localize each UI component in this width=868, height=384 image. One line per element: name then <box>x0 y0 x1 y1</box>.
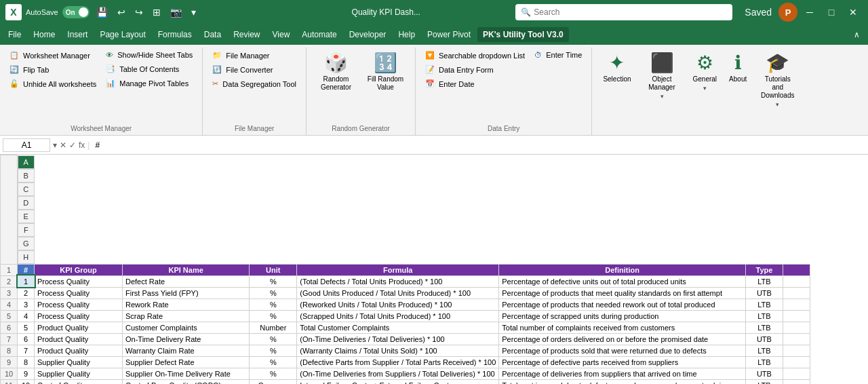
cell-f6[interactable]: Total number of complaints received from… <box>499 322 746 333</box>
cell-b4[interactable]: Process Quality <box>35 299 123 310</box>
menu-home[interactable]: Home <box>28 27 60 42</box>
file-converter-button[interactable]: 🔃 File Converter <box>208 63 300 76</box>
save-icon[interactable]: 💾 <box>94 5 111 19</box>
header-cell-formula[interactable]: Formula <box>297 264 499 275</box>
cell-d8[interactable]: % <box>250 345 297 356</box>
header-cell-hash[interactable]: # <box>18 264 35 275</box>
cell-e5[interactable]: (Scrapped Units / Total Units Produced) … <box>297 310 499 322</box>
cell-d2[interactable]: % <box>250 275 297 287</box>
cell-c10[interactable]: Supplier On-Time Delivery Rate <box>123 368 250 379</box>
cell-c3[interactable]: First Pass Yield (FPY) <box>123 287 250 299</box>
screenshot-icon[interactable]: 📷 <box>167 5 184 19</box>
menu-pk-utility[interactable]: PK's Utility Tool V3.0 <box>477 27 569 42</box>
search-input[interactable] <box>534 7 727 17</box>
cell-d11[interactable]: Currency <box>250 379 297 384</box>
cell-b5[interactable]: Process Quality <box>35 310 123 322</box>
cell-a10[interactable]: 9 <box>18 368 35 379</box>
enter-date-button[interactable]: 📅 Enter Date <box>421 77 529 90</box>
header-cell-type[interactable]: Type <box>745 264 783 275</box>
col-header-f[interactable]: F <box>18 223 35 237</box>
cell-e3[interactable]: (Good Units Produced / Total Units Produ… <box>297 287 499 299</box>
cell-g8[interactable]: LTB <box>745 345 783 356</box>
cell-e8[interactable]: (Warranty Claims / Total Units Sold) * 1… <box>297 345 499 356</box>
menu-review[interactable]: Review <box>228 27 265 42</box>
cell-b8[interactable]: Product Quality <box>35 345 123 356</box>
maximize-button[interactable]: □ <box>822 3 841 22</box>
cell-f8[interactable]: Percentage of products sold that were re… <box>499 345 746 356</box>
cell-a7[interactable]: 6 <box>18 333 35 345</box>
data-segregation-button[interactable]: ✂ Data Segregation Tool <box>208 77 300 90</box>
cell-c2[interactable]: Defect Rate <box>123 275 250 287</box>
cell-g9[interactable]: LTB <box>745 356 783 368</box>
col-header-g[interactable]: G <box>18 237 35 250</box>
cell-g10[interactable]: UTB <box>745 368 783 379</box>
cell-b10[interactable]: Supplier Quality <box>35 368 123 379</box>
table-icon[interactable]: ⊞ <box>150 5 163 19</box>
header-cell-kpi-group[interactable]: KPI Group <box>35 264 123 275</box>
cell-c8[interactable]: Warranty Claim Rate <box>123 345 250 356</box>
random-generator-button[interactable]: 🎲 Random Generator <box>312 49 360 105</box>
col-header-a[interactable]: A <box>18 155 35 169</box>
cell-c9[interactable]: Supplier Defect Rate <box>123 356 250 368</box>
cell-g7[interactable]: UTB <box>745 333 783 345</box>
cell-b11[interactable]: Cost of Quality <box>35 379 123 384</box>
about-button[interactable]: ℹ About <box>724 49 752 97</box>
cell-b7[interactable]: Product Quality <box>35 333 123 345</box>
cell-d7[interactable]: % <box>250 333 297 345</box>
show-hide-tabs-button[interactable]: 👁 Show/Hide Sheet Tabs <box>102 49 197 61</box>
menu-page-layout[interactable]: Page Layout <box>94 27 151 42</box>
cell-a5[interactable]: 4 <box>18 310 35 322</box>
enter-time-button[interactable]: ⏱ Enter Time <box>530 49 586 61</box>
tutorials-button[interactable]: 🎓 Tutorials and Downloads ▾ <box>753 49 802 121</box>
undo-icon[interactable]: ↩ <box>115 5 128 19</box>
cell-d3[interactable]: % <box>250 287 297 299</box>
minimize-button[interactable]: ─ <box>800 3 819 22</box>
cell-d6[interactable]: Number <box>250 322 297 333</box>
general-button[interactable]: ⚙ General ▾ <box>688 49 723 105</box>
cell-f7[interactable]: Percentage of orders delivered on or bef… <box>499 333 746 345</box>
name-manager-icon[interactable]: ▾ <box>53 140 57 150</box>
menu-power-pivot[interactable]: Power Pivot <box>422 27 476 42</box>
menu-file[interactable]: File <box>3 27 26 42</box>
cell-d5[interactable]: % <box>250 310 297 322</box>
manage-pivot-button[interactable]: 📊 Manage Pivot Tables <box>102 77 197 90</box>
ribbon-toggle[interactable]: ∧ <box>848 27 865 42</box>
cell-c5[interactable]: Scrap Rate <box>123 310 250 322</box>
cell-f9[interactable]: Percentage of defective parts received f… <box>499 356 746 368</box>
flip-tab-button[interactable]: 🔄 Flip Tab <box>5 63 100 76</box>
header-cell-kpi-name[interactable]: KPI Name <box>123 264 250 275</box>
cell-a8[interactable]: 7 <box>18 345 35 356</box>
cell-g5[interactable]: LTB <box>745 310 783 322</box>
cell-f3[interactable]: Percentage of products that meet quality… <box>499 287 746 299</box>
cell-a2[interactable]: 1 <box>18 275 35 287</box>
cell-g6[interactable]: LTB <box>745 322 783 333</box>
cell-c6[interactable]: Customer Complaints <box>123 322 250 333</box>
autosave-toggle[interactable]: On <box>62 6 90 18</box>
search-bar[interactable]: 🔍 <box>515 4 732 20</box>
cell-d9[interactable]: % <box>250 356 297 368</box>
cell-f5[interactable]: Percentage of scrapped units during prod… <box>499 310 746 322</box>
col-header-e[interactable]: E <box>18 210 35 223</box>
menu-automate[interactable]: Automate <box>296 27 342 42</box>
cell-b2[interactable]: Process Quality <box>35 275 123 287</box>
cell-a9[interactable]: 8 <box>18 356 35 368</box>
cell-c4[interactable]: Rework Rate <box>123 299 250 310</box>
formula-input[interactable] <box>92 139 865 151</box>
cell-e2[interactable]: (Total Defects / Total Units Produced) *… <box>297 275 499 287</box>
cell-b3[interactable]: Process Quality <box>35 287 123 299</box>
cell-g4[interactable]: LTB <box>745 299 783 310</box>
cancel-formula-icon[interactable]: ✕ <box>60 140 66 150</box>
worksheet-manager-button[interactable]: 📋 Worksheet Manager <box>5 49 100 62</box>
col-header-d[interactable]: D <box>18 196 35 210</box>
cell-e6[interactable]: Total Customer Complaints <box>297 322 499 333</box>
searchable-dropdown-button[interactable]: 🔽 Searchable dropdown List <box>421 49 529 62</box>
cell-e11[interactable]: Internal Failure Costs + External Failur… <box>297 379 499 384</box>
col-header-b[interactable]: B <box>18 169 35 183</box>
table-contents-button[interactable]: 📑 Table Of Contents <box>102 62 197 75</box>
menu-view[interactable]: View <box>267 27 296 42</box>
cell-g11[interactable]: LTB <box>745 379 783 384</box>
cell-d10[interactable]: % <box>250 368 297 379</box>
cell-g2[interactable]: LTB <box>745 275 783 287</box>
cell-e7[interactable]: (On-Time Deliveries / Total Deliveries) … <box>297 333 499 345</box>
cell-g3[interactable]: UTB <box>745 287 783 299</box>
